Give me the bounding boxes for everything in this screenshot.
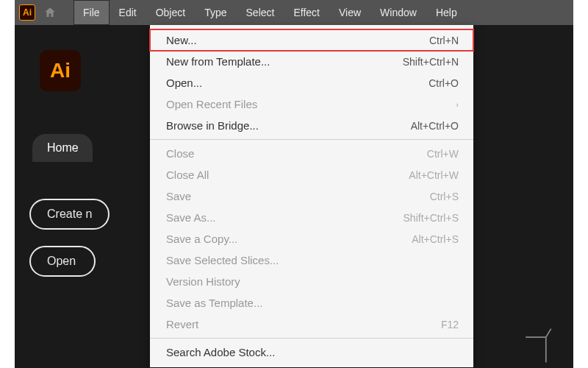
menu-item-open-recent-files: Open Recent Files›	[150, 93, 473, 115]
menu-item-label: Search Adobe Stock...	[166, 346, 275, 358]
menu-item-label: Save Selected Slices...	[166, 254, 279, 266]
create-new-button[interactable]: Create n	[29, 199, 110, 230]
app-window: Ai FileEditObjectTypeSelectEffectViewWin…	[15, 0, 573, 368]
menu-item-shortcut: Ctrl+W	[427, 148, 459, 160]
menu-divider	[150, 338, 473, 339]
menu-item-shortcut: Alt+Ctrl+S	[412, 233, 459, 245]
menu-item-new-from-template[interactable]: New from Template...Shift+Ctrl+N	[150, 51, 473, 72]
menu-item-save-as-template: Save as Template...	[150, 292, 473, 314]
tab-home[interactable]: Home	[32, 134, 93, 162]
menu-item-save: SaveCtrl+S	[150, 185, 473, 207]
menu-item-save-selected-slices: Save Selected Slices...	[150, 250, 473, 271]
menu-item-close-all: Close AllAlt+Ctrl+W	[150, 164, 473, 185]
menu-item-shortcut: Ctrl+O	[429, 77, 459, 89]
open-button[interactable]: Open	[29, 246, 96, 277]
menu-item-label: Close	[166, 147, 194, 160]
menu-edit[interactable]: Edit	[110, 0, 146, 25]
menu-item-label: Save as Template...	[166, 297, 262, 309]
menu-item-label: New...	[166, 34, 197, 46]
menu-item-search-adobe-stock[interactable]: Search Adobe Stock...	[150, 342, 473, 363]
menu-item-label: Save	[166, 190, 191, 202]
menu-item-label: Open Recent Files	[166, 98, 257, 110]
menu-item-browse-in-bridge[interactable]: Browse in Bridge...Alt+Ctrl+O	[150, 115, 473, 136]
menu-item-label: Open...	[166, 77, 202, 89]
menu-effect[interactable]: Effect	[284, 0, 329, 25]
menu-item-label: Save a Copy...	[166, 233, 237, 245]
menu-item-label: Version History	[166, 275, 240, 288]
menu-type[interactable]: Type	[195, 0, 236, 25]
menu-item-label: Revert	[166, 318, 198, 330]
menu-select[interactable]: Select	[237, 0, 284, 25]
menu-item-shortcut: Alt+Ctrl+W	[409, 169, 459, 181]
home-icon[interactable]	[41, 4, 59, 21]
menu-item-shortcut: Ctrl+S	[430, 191, 459, 202]
menu-window[interactable]: Window	[370, 0, 426, 25]
menu-item-shortcut: Shift+Ctrl+S	[404, 212, 459, 224]
menubar: Ai FileEditObjectTypeSelectEffectViewWin…	[15, 0, 573, 25]
menu-item-shortcut: F12	[441, 319, 459, 330]
menu-item-shortcut: Ctrl+N	[429, 35, 459, 46]
perspective-widget-icon	[519, 325, 553, 364]
menu-item-label: New from Template...	[166, 55, 270, 68]
menu-item-save-a-copy: Save a Copy...Alt+Ctrl+S	[150, 228, 473, 250]
menu-help[interactable]: Help	[426, 0, 467, 25]
file-menu-dropdown: New...Ctrl+NNew from Template...Shift+Ct…	[150, 25, 473, 367]
menu-file[interactable]: File	[74, 0, 110, 25]
menu-object[interactable]: Object	[146, 0, 195, 25]
menu-item-close: CloseCtrl+W	[150, 143, 473, 164]
menu-item-version-history: Version History	[150, 271, 473, 292]
menu-item-save-as: Save As...Shift+Ctrl+S	[150, 207, 473, 228]
menu-view[interactable]: View	[329, 0, 370, 25]
menu-item-label: Save As...	[166, 211, 216, 224]
menu-item-revert: RevertF12	[150, 314, 473, 335]
menu-item-shortcut: Shift+Ctrl+N	[403, 56, 459, 68]
menu-item-shortcut: Alt+Ctrl+O	[411, 120, 459, 132]
app-icon: Ai	[19, 4, 35, 21]
menu-item-new[interactable]: New...Ctrl+N	[150, 29, 473, 51]
menu-item-label: Close All	[166, 169, 209, 181]
app-logo: Ai	[40, 50, 81, 91]
menu-divider	[150, 139, 473, 140]
menu-item-label: Browse in Bridge...	[166, 119, 259, 132]
menu-item-open[interactable]: Open...Ctrl+O	[150, 72, 473, 93]
chevron-right-icon: ›	[456, 100, 459, 109]
